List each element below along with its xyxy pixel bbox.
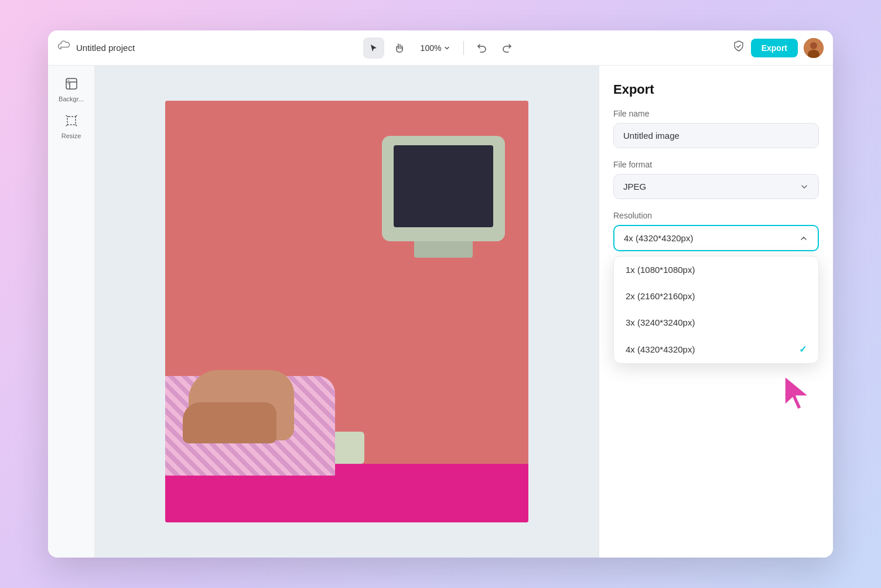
resolution-option-1x-label: 1x (1080*1080px) [626,265,695,275]
header-center: 100% [313,37,568,59]
cursor-decoration [784,375,816,411]
resolution-option-4x-label: 4x (4320*4320px) [626,344,695,354]
export-panel-title: Export [613,82,819,97]
avatar [804,38,824,58]
file-format-select[interactable]: JPEG [613,174,819,199]
sidebar-background-label: Backgr... [59,95,84,102]
svg-rect-4 [67,117,76,125]
main-content: Backgr... Resize [48,66,833,558]
chevron-down-icon [800,182,809,192]
project-title: Untitled project [76,43,135,53]
sidebar-item-resize[interactable]: Resize [52,110,91,144]
header-divider [463,41,464,55]
sidebar: Backgr... Resize [48,66,95,558]
header-right: Export [568,38,824,58]
resolution-select[interactable]: 4x (4320*4320px) [613,225,819,251]
zoom-control[interactable]: 100% [415,41,457,55]
undo-button[interactable] [471,37,492,59]
resolution-dropdown: 1x (1080*1080px) 2x (2160*2160px) 3x (32… [613,256,819,364]
chevron-up-icon [799,234,808,243]
resize-icon [65,114,78,130]
canvas-image [165,101,528,522]
app-window: Untitled project 100% [48,30,833,558]
sidebar-resize-label: Resize [62,132,81,139]
resolution-group: Resolution 4x (4320*4320px) 1x (1080*108… [613,211,819,364]
redo-button[interactable] [497,37,518,59]
resolution-option-3x-label: 3x (3240*3240px) [626,317,695,327]
hand-tool-button[interactable] [389,37,410,59]
file-format-value: JPEG [623,182,646,192]
file-format-group: File format JPEG [613,160,819,199]
select-tool-button[interactable] [363,37,384,59]
header: Untitled project 100% [48,30,833,66]
file-name-input[interactable] [613,123,819,148]
resolution-label: Resolution [613,211,819,220]
export-header-button[interactable]: Export [751,39,798,57]
resolution-value: 4x (4320*4320px) [624,233,693,243]
resolution-option-3x[interactable]: 3x (3240*3240px) [614,309,818,336]
background-icon [65,77,78,93]
shield-icon[interactable] [732,40,745,56]
logo-icon [57,39,71,57]
zoom-level: 100% [421,43,442,53]
file-name-label: File name [613,109,819,118]
resolution-option-1x[interactable]: 1x (1080*1080px) [614,257,818,283]
resolution-option-2x[interactable]: 2x (2160*2160px) [614,283,818,309]
header-left: Untitled project [57,39,313,57]
svg-marker-5 [785,377,808,409]
canvas-area [95,66,599,558]
sidebar-item-background[interactable]: Backgr... [52,73,91,107]
file-format-label: File format [613,160,819,169]
svg-point-1 [810,42,817,49]
check-icon: ✓ [799,344,807,355]
resolution-option-2x-label: 2x (2160*2160px) [626,291,695,301]
resolution-option-4x[interactable]: 4x (4320*4320px) ✓ [614,336,818,363]
file-name-group: File name [613,109,819,148]
export-panel: Export File name File format JPEG Resolu… [599,66,833,558]
